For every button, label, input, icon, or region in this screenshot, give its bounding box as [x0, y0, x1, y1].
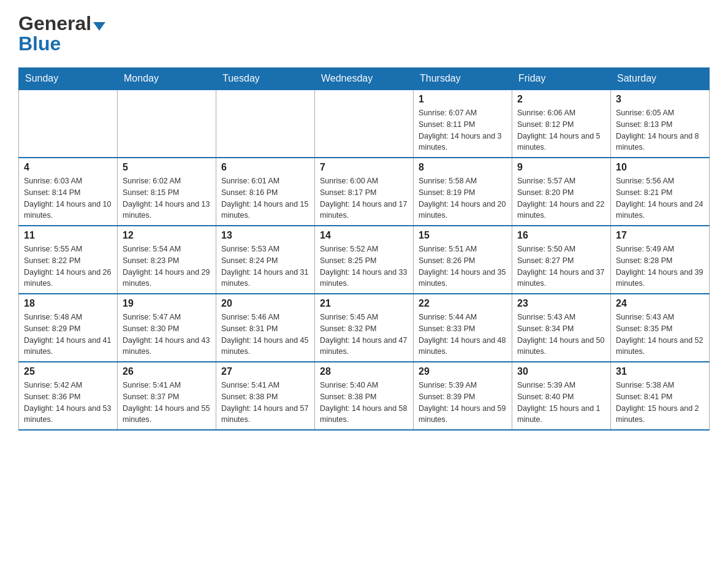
- day-info: Sunrise: 5:54 AM Sunset: 8:23 PM Dayligh…: [123, 243, 211, 289]
- calendar-cell: 26Sunrise: 5:41 AM Sunset: 8:37 PM Dayli…: [118, 362, 216, 430]
- day-number: 19: [123, 298, 211, 309]
- calendar-cell: 11Sunrise: 5:55 AM Sunset: 8:22 PM Dayli…: [19, 226, 118, 294]
- calendar-cell: 5Sunrise: 6:02 AM Sunset: 8:15 PM Daylig…: [118, 158, 216, 226]
- calendar-cell: 8Sunrise: 5:58 AM Sunset: 8:19 PM Daylig…: [414, 158, 512, 226]
- day-info: Sunrise: 5:49 AM Sunset: 8:28 PM Dayligh…: [616, 243, 704, 289]
- calendar-header-saturday: Saturday: [611, 68, 710, 90]
- day-number: 8: [419, 162, 507, 173]
- day-number: 25: [24, 366, 112, 377]
- calendar-cell: 10Sunrise: 5:56 AM Sunset: 8:21 PM Dayli…: [611, 158, 710, 226]
- day-number: 3: [616, 94, 704, 105]
- calendar-table: SundayMondayTuesdayWednesdayThursdayFrid…: [18, 67, 710, 431]
- day-info: Sunrise: 5:56 AM Sunset: 8:21 PM Dayligh…: [616, 175, 704, 221]
- calendar-cell: 9Sunrise: 5:57 AM Sunset: 8:20 PM Daylig…: [512, 158, 611, 226]
- day-info: Sunrise: 5:40 AM Sunset: 8:38 PM Dayligh…: [320, 380, 408, 426]
- calendar-week-row: 11Sunrise: 5:55 AM Sunset: 8:22 PM Dayli…: [19, 226, 710, 294]
- day-number: 2: [517, 94, 605, 105]
- day-number: 22: [419, 298, 507, 309]
- day-number: 12: [123, 230, 211, 241]
- day-info: Sunrise: 5:46 AM Sunset: 8:31 PM Dayligh…: [221, 312, 309, 358]
- day-number: 4: [24, 162, 112, 173]
- calendar-week-row: 18Sunrise: 5:48 AM Sunset: 8:29 PM Dayli…: [19, 294, 710, 362]
- calendar-header-sunday: Sunday: [19, 68, 118, 90]
- calendar-cell: 15Sunrise: 5:51 AM Sunset: 8:26 PM Dayli…: [414, 226, 512, 294]
- page-header: General Blue: [18, 12, 710, 55]
- calendar-header-friday: Friday: [512, 68, 611, 90]
- calendar-week-row: 1Sunrise: 6:07 AM Sunset: 8:11 PM Daylig…: [19, 90, 710, 158]
- day-info: Sunrise: 5:52 AM Sunset: 8:25 PM Dayligh…: [320, 243, 408, 289]
- day-info: Sunrise: 5:41 AM Sunset: 8:37 PM Dayligh…: [123, 380, 211, 426]
- day-info: Sunrise: 6:00 AM Sunset: 8:17 PM Dayligh…: [320, 175, 408, 221]
- day-number: 29: [419, 366, 507, 377]
- day-info: Sunrise: 6:05 AM Sunset: 8:13 PM Dayligh…: [616, 107, 704, 153]
- calendar-cell: 24Sunrise: 5:43 AM Sunset: 8:35 PM Dayli…: [611, 294, 710, 362]
- day-number: 1: [419, 94, 507, 105]
- calendar-cell: 22Sunrise: 5:44 AM Sunset: 8:33 PM Dayli…: [414, 294, 512, 362]
- calendar-cell: 20Sunrise: 5:46 AM Sunset: 8:31 PM Dayli…: [216, 294, 315, 362]
- calendar-header-thursday: Thursday: [414, 68, 512, 90]
- calendar-header-tuesday: Tuesday: [216, 68, 315, 90]
- day-info: Sunrise: 5:38 AM Sunset: 8:41 PM Dayligh…: [616, 380, 704, 426]
- calendar-cell: 2Sunrise: 6:06 AM Sunset: 8:12 PM Daylig…: [512, 90, 611, 158]
- day-number: 30: [517, 366, 605, 377]
- calendar-cell: 4Sunrise: 6:03 AM Sunset: 8:14 PM Daylig…: [19, 158, 118, 226]
- day-number: 9: [517, 162, 605, 173]
- calendar-cell: 6Sunrise: 6:01 AM Sunset: 8:16 PM Daylig…: [216, 158, 315, 226]
- calendar-cell: 3Sunrise: 6:05 AM Sunset: 8:13 PM Daylig…: [611, 90, 710, 158]
- day-info: Sunrise: 6:07 AM Sunset: 8:11 PM Dayligh…: [419, 107, 507, 153]
- calendar-cell: 19Sunrise: 5:47 AM Sunset: 8:30 PM Dayli…: [118, 294, 216, 362]
- calendar-header-row: SundayMondayTuesdayWednesdayThursdayFrid…: [19, 68, 710, 90]
- day-info: Sunrise: 5:58 AM Sunset: 8:19 PM Dayligh…: [419, 175, 507, 221]
- calendar-cell: 28Sunrise: 5:40 AM Sunset: 8:38 PM Dayli…: [315, 362, 414, 430]
- calendar-week-row: 25Sunrise: 5:42 AM Sunset: 8:36 PM Dayli…: [19, 362, 710, 430]
- calendar-cell: [216, 90, 315, 158]
- day-number: 11: [24, 230, 112, 241]
- day-number: 7: [320, 162, 408, 173]
- calendar-cell: [315, 90, 414, 158]
- day-info: Sunrise: 5:42 AM Sunset: 8:36 PM Dayligh…: [24, 380, 112, 426]
- calendar-cell: 21Sunrise: 5:45 AM Sunset: 8:32 PM Dayli…: [315, 294, 414, 362]
- calendar-cell: 7Sunrise: 6:00 AM Sunset: 8:17 PM Daylig…: [315, 158, 414, 226]
- calendar-cell: 29Sunrise: 5:39 AM Sunset: 8:39 PM Dayli…: [414, 362, 512, 430]
- day-number: 28: [320, 366, 408, 377]
- calendar-header-wednesday: Wednesday: [315, 68, 414, 90]
- day-info: Sunrise: 5:41 AM Sunset: 8:38 PM Dayligh…: [221, 380, 309, 426]
- day-info: Sunrise: 5:47 AM Sunset: 8:30 PM Dayligh…: [123, 312, 211, 358]
- day-number: 18: [24, 298, 112, 309]
- day-info: Sunrise: 5:39 AM Sunset: 8:39 PM Dayligh…: [419, 380, 507, 426]
- day-number: 26: [123, 366, 211, 377]
- calendar-week-row: 4Sunrise: 6:03 AM Sunset: 8:14 PM Daylig…: [19, 158, 710, 226]
- calendar-cell: 13Sunrise: 5:53 AM Sunset: 8:24 PM Dayli…: [216, 226, 315, 294]
- day-number: 13: [221, 230, 309, 241]
- day-info: Sunrise: 6:03 AM Sunset: 8:14 PM Dayligh…: [24, 175, 112, 221]
- day-number: 5: [123, 162, 211, 173]
- calendar-cell: 30Sunrise: 5:39 AM Sunset: 8:40 PM Dayli…: [512, 362, 611, 430]
- logo-general-part: General: [18, 12, 91, 35]
- day-number: 14: [320, 230, 408, 241]
- day-info: Sunrise: 5:57 AM Sunset: 8:20 PM Dayligh…: [517, 175, 605, 221]
- day-info: Sunrise: 6:02 AM Sunset: 8:15 PM Dayligh…: [123, 175, 211, 221]
- calendar-cell: 27Sunrise: 5:41 AM Sunset: 8:38 PM Dayli…: [216, 362, 315, 430]
- day-number: 21: [320, 298, 408, 309]
- day-info: Sunrise: 5:55 AM Sunset: 8:22 PM Dayligh…: [24, 243, 112, 289]
- day-info: Sunrise: 5:48 AM Sunset: 8:29 PM Dayligh…: [24, 312, 112, 358]
- day-info: Sunrise: 6:01 AM Sunset: 8:16 PM Dayligh…: [221, 175, 309, 221]
- calendar-cell: 16Sunrise: 5:50 AM Sunset: 8:27 PM Dayli…: [512, 226, 611, 294]
- calendar-cell: 18Sunrise: 5:48 AM Sunset: 8:29 PM Dayli…: [19, 294, 118, 362]
- day-info: Sunrise: 5:43 AM Sunset: 8:35 PM Dayligh…: [616, 312, 704, 358]
- day-number: 6: [221, 162, 309, 173]
- day-number: 17: [616, 230, 704, 241]
- calendar-cell: 31Sunrise: 5:38 AM Sunset: 8:41 PM Dayli…: [611, 362, 710, 430]
- day-number: 23: [517, 298, 605, 309]
- day-info: Sunrise: 5:45 AM Sunset: 8:32 PM Dayligh…: [320, 312, 408, 358]
- day-info: Sunrise: 5:50 AM Sunset: 8:27 PM Dayligh…: [517, 243, 605, 289]
- day-info: Sunrise: 5:53 AM Sunset: 8:24 PM Dayligh…: [221, 243, 309, 289]
- calendar-cell: [118, 90, 216, 158]
- day-info: Sunrise: 5:39 AM Sunset: 8:40 PM Dayligh…: [517, 380, 605, 426]
- day-info: Sunrise: 6:06 AM Sunset: 8:12 PM Dayligh…: [517, 107, 605, 153]
- logo: General Blue: [18, 12, 107, 55]
- day-number: 24: [616, 298, 704, 309]
- day-number: 10: [616, 162, 704, 173]
- calendar-cell: 12Sunrise: 5:54 AM Sunset: 8:23 PM Dayli…: [118, 226, 216, 294]
- logo-blue-part: Blue: [18, 33, 61, 55]
